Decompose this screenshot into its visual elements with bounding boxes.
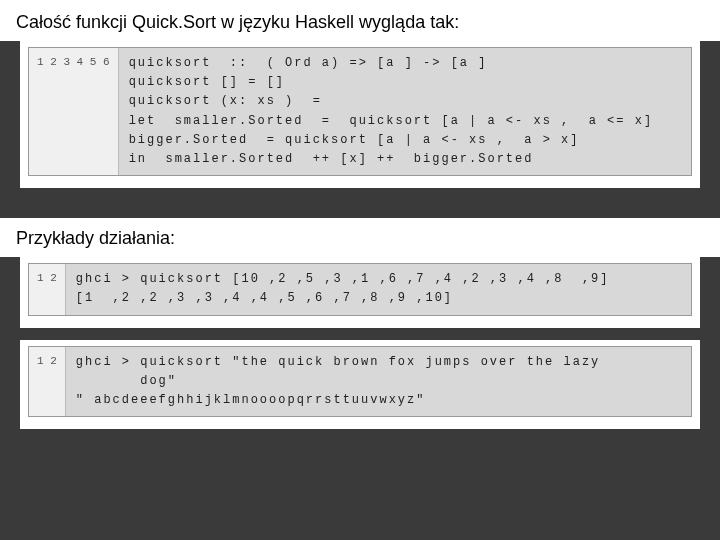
header-section-1: Całość funkcji Quick.Sort w języku Haske…: [0, 0, 720, 41]
code-wrap-3: 1 2 ghci > quicksort "the quick brown fo…: [20, 340, 700, 430]
heading-1: Całość funkcji Quick.Sort w języku Haske…: [16, 12, 704, 33]
heading-2: Przykłady działania:: [16, 228, 704, 249]
code-content-1: quicksort :: ( Ord a) => [a ] -> [a ] qu…: [119, 48, 663, 175]
code-wrap-2: 1 2 ghci > quicksort [10 ,2 ,5 ,3 ,1 ,6 …: [20, 257, 700, 327]
code-block-1: 1 2 3 4 5 6 quicksort :: ( Ord a) => [a …: [28, 47, 692, 176]
spacer-1: [0, 188, 720, 218]
line-numbers-1: 1 2 3 4 5 6: [29, 48, 119, 175]
code-content-2: ghci > quicksort [10 ,2 ,5 ,3 ,1 ,6 ,7 ,…: [66, 264, 620, 314]
line-numbers-2: 1 2: [29, 264, 66, 314]
line-numbers-3: 1 2: [29, 347, 66, 417]
code-content-3: ghci > quicksort "the quick brown fox ju…: [66, 347, 610, 417]
code-block-3: 1 2 ghci > quicksort "the quick brown fo…: [28, 346, 692, 418]
gap-1: [0, 328, 720, 340]
header-section-2: Przykłady działania:: [0, 218, 720, 257]
code-block-2: 1 2 ghci > quicksort [10 ,2 ,5 ,3 ,1 ,6 …: [28, 263, 692, 315]
code-wrap-1: 1 2 3 4 5 6 quicksort :: ( Ord a) => [a …: [20, 41, 700, 188]
